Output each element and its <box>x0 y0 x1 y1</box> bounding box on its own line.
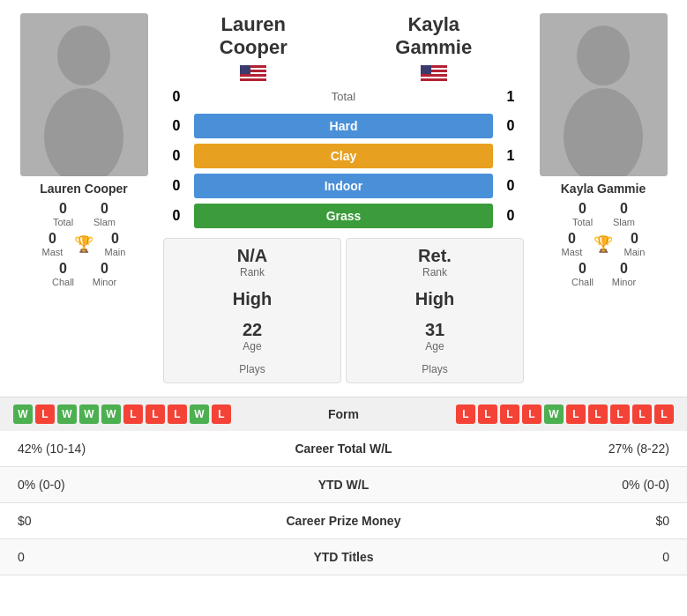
left-form-6: L <box>123 404 143 424</box>
left-trophy-icon: 🏆 <box>74 234 93 254</box>
left-player-title: LaurenCooper <box>220 13 287 60</box>
right-player-title: KaylaGammie <box>395 13 472 60</box>
right-form-1: L <box>456 404 475 424</box>
grass-badge: Grass <box>194 204 493 228</box>
right-player-header: Kayla Gammie 0 Total 0 Slam 0 Mast 🏆 <box>528 13 678 383</box>
right-plays-stat: Plays <box>422 363 447 375</box>
center-area: LaurenCooper KaylaGammie 0 Total 1 0 Har… <box>159 13 528 383</box>
right-stat-main: 0 Main <box>615 231 654 257</box>
svg-point-1 <box>57 26 110 85</box>
left-stat-minor: 0 Minor <box>85 261 124 287</box>
left-form-1: W <box>13 404 33 424</box>
right-form-3: L <box>500 404 519 424</box>
right-stat-minor: 0 Minor <box>604 261 644 287</box>
left-stat-slam: 0 Slam <box>85 201 124 227</box>
left-stat-mast: 0 Mast <box>33 231 72 257</box>
hard-badge: Hard <box>194 114 493 138</box>
right-form-9: L <box>632 404 652 424</box>
stats-right-3: 0 <box>446 538 687 575</box>
left-form-9: W <box>190 404 209 424</box>
svg-point-4 <box>577 26 630 85</box>
right-form-badges: L L L L W L L L L L <box>456 404 674 424</box>
right-stats-panel: Ret. Rank High 31 Age Plays <box>346 238 524 383</box>
right-stat-chall: 0 Chall <box>563 261 602 287</box>
stats-row-1: 0% (0-0) YTD W/L 0% (0-0) <box>0 466 687 502</box>
stats-row-3: 0 YTD Titles 0 <box>0 538 687 575</box>
left-form-8: L <box>168 404 187 424</box>
indoor-score-left: 0 <box>163 178 190 194</box>
stats-right-2: $0 <box>446 502 687 538</box>
grass-score-right: 0 <box>497 208 524 224</box>
left-stat-total: 0 Total <box>43 201 83 227</box>
total-score-left: 0 <box>163 89 190 105</box>
hard-score-right: 0 <box>497 118 524 134</box>
right-stat-slam: 0 Slam <box>604 201 644 227</box>
right-player-name: Kayla Gammie <box>561 182 646 196</box>
right-level-stat: High <box>415 289 454 309</box>
right-form-10: L <box>654 404 674 424</box>
right-player-avatar <box>540 13 668 176</box>
stats-table: 42% (10-14) Career Total W/L 27% (8-22) … <box>0 431 687 575</box>
left-rank-stat: N/A Rank <box>237 246 267 278</box>
stats-label-3: YTD Titles <box>241 538 447 575</box>
left-stat-chall: 0 Chall <box>43 261 83 287</box>
clay-score-right: 1 <box>497 148 524 164</box>
main-container: Lauren Cooper 0 Total 0 Slam 0 Mast 🏆 <box>0 0 687 575</box>
stats-label-1: YTD W/L <box>241 466 447 502</box>
right-stat-total: 0 Total <box>563 201 602 227</box>
right-form-6: L <box>566 404 586 424</box>
right-age-stat: 31 Age <box>425 320 444 353</box>
right-stat-mast: 0 Mast <box>552 231 592 257</box>
total-score-right: 1 <box>497 89 524 105</box>
right-flag <box>421 65 447 81</box>
right-form-8: L <box>610 404 630 424</box>
stats-row-2: $0 Career Prize Money $0 <box>0 502 687 538</box>
form-section: W L W W W L L L W L Form L L L L W L L L… <box>0 397 687 431</box>
left-age-stat: 22 Age <box>243 320 262 353</box>
stats-right-0: 27% (8-22) <box>446 431 687 467</box>
indoor-badge: Indoor <box>194 174 493 198</box>
right-form-4: L <box>522 404 541 424</box>
stats-row-0: 42% (10-14) Career Total W/L 27% (8-22) <box>0 431 687 467</box>
hard-score-left: 0 <box>163 118 190 134</box>
left-form-10: L <box>212 404 231 424</box>
left-player-header: Lauren Cooper 0 Total 0 Slam 0 Mast 🏆 <box>9 13 159 383</box>
left-form-4: W <box>79 404 99 424</box>
grass-score-left: 0 <box>163 208 190 224</box>
stats-right-1: 0% (0-0) <box>446 466 687 502</box>
clay-badge: Clay <box>194 144 493 168</box>
left-form-2: L <box>35 404 55 424</box>
clay-score-left: 0 <box>163 148 190 164</box>
left-player-name: Lauren Cooper <box>40 182 128 196</box>
stats-left-2: $0 <box>0 502 241 538</box>
left-form-7: L <box>146 404 165 424</box>
left-stats-panel: N/A Rank High 22 Age Plays <box>163 238 341 383</box>
right-form-2: L <box>478 404 497 424</box>
left-plays-stat: Plays <box>239 363 265 375</box>
left-player-avatar <box>20 13 148 176</box>
right-form-7: L <box>588 404 608 424</box>
right-trophy-icon: 🏆 <box>594 234 613 254</box>
stats-label-2: Career Prize Money <box>241 502 447 538</box>
left-stat-main: 0 Main <box>95 231 135 257</box>
stats-label-0: Career Total W/L <box>241 431 447 467</box>
right-form-5: W <box>544 404 564 424</box>
stats-left-0: 42% (10-14) <box>0 431 241 467</box>
left-level-stat: High <box>233 289 272 309</box>
stats-left-1: 0% (0-0) <box>0 466 241 502</box>
left-flag <box>240 65 266 81</box>
indoor-score-right: 0 <box>497 178 524 194</box>
left-form-5: W <box>101 404 121 424</box>
left-form-3: W <box>57 404 77 424</box>
stats-left-3: 0 <box>0 538 241 575</box>
left-form-badges: W L W W W L L L W L <box>13 404 231 424</box>
right-rank-stat: Ret. Rank <box>418 246 452 278</box>
form-label: Form <box>317 407 370 421</box>
total-label: Total <box>190 90 497 103</box>
